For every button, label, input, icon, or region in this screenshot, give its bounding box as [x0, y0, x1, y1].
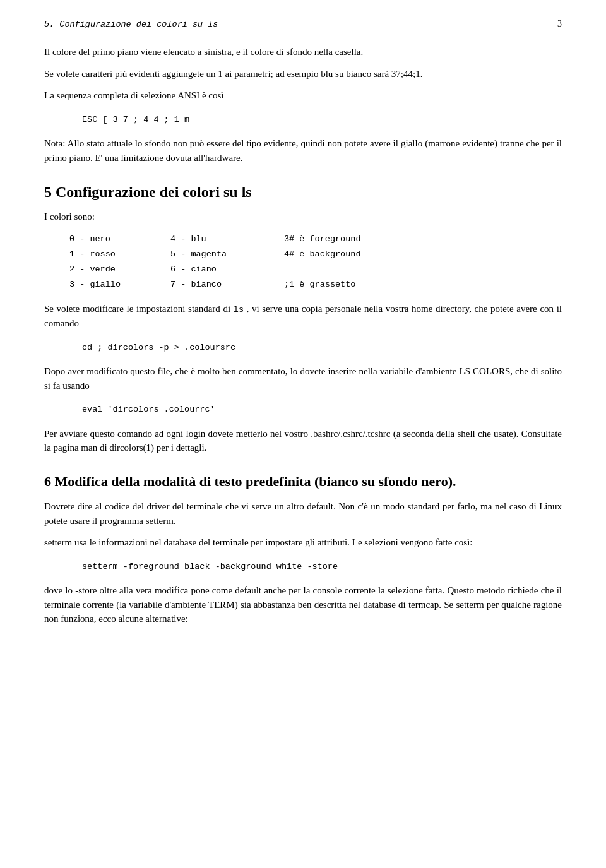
dovrete-para: Dovrete dire al codice del driver del te…	[44, 499, 562, 528]
section-5-heading: 5 Configurazione dei colori su ls	[44, 184, 562, 201]
ansi-code-block: ESC [ 3 7 ; 4 4 ; 1 m	[82, 113, 562, 127]
command2-text: eval 'dircolors .colourrc'	[82, 405, 215, 414]
modify-para: Se volete modificare le impostazioni sta…	[44, 302, 562, 331]
color-row1-col3: 3# è foreground	[284, 232, 436, 247]
section-6-heading: 6 Modifica della modalità di testo prede…	[44, 473, 562, 491]
intro-para-3: La sequenza completa di selezione ANSI è…	[44, 88, 562, 103]
ansi-code-text: ESC [ 3 7 ; 4 4 ; 1 m	[82, 115, 189, 124]
colori-intro: I colori sono:	[44, 210, 562, 224]
command2-block: eval 'dircolors .colourrc'	[82, 403, 562, 417]
per-avviare-para: Per avviare questo comando ad ogni login…	[44, 427, 562, 455]
color-row1-col2: 4 - blu	[170, 232, 284, 247]
page-container: 5. Configurazione dei colori su ls 3 Il …	[0, 0, 606, 659]
color-row3-col1: 2 - verde	[69, 262, 170, 277]
color-row2-col2: 5 - magenta	[170, 247, 284, 262]
modify-intro-text: Se volete modificare le impostazioni sta…	[44, 304, 230, 314]
dopo-para: Dopo aver modificato questo file, che è …	[44, 364, 562, 393]
intro-para-2: Se volete caratteri più evidenti aggiung…	[44, 67, 562, 81]
color-table: 0 - nero 4 - blu 3# è foreground 1 - ros…	[69, 232, 562, 293]
command1-text: cd ; dircolors -p > .coloursrc	[82, 343, 235, 352]
header-page-number: 3	[557, 19, 562, 29]
color-row1-col1: 0 - nero	[69, 232, 170, 247]
color-row3-col2: 6 - ciano	[170, 262, 284, 277]
ls-code: ls	[234, 305, 244, 314]
header-title: 5. Configurazione dei colori su ls	[44, 20, 218, 29]
command3-block: setterm -foreground black -background wh…	[82, 560, 562, 574]
color-row3-col3	[284, 262, 436, 277]
color-row4-col1: 3 - giallo	[69, 277, 170, 292]
color-row2-col3: 4# è background	[284, 247, 436, 262]
dove-para: dove lo -store oltre alla vera modifica …	[44, 583, 562, 626]
intro-para-1: Il colore del primo piano viene elencato…	[44, 45, 562, 59]
color-row4-col2: 7 - bianco	[170, 277, 284, 292]
command3-text: setterm -foreground black -background wh…	[82, 562, 338, 571]
nota-para: Nota: Allo stato attuale lo sfondo non p…	[44, 136, 562, 165]
setterm-info-para: setterm usa le informazioni nel database…	[44, 535, 562, 550]
color-row2-col1: 1 - rosso	[69, 247, 170, 262]
page-header: 5. Configurazione dei colori su ls 3	[44, 19, 562, 32]
command1-block: cd ; dircolors -p > .coloursrc	[82, 341, 562, 355]
color-row4-col3: ;1 è grassetto	[284, 277, 436, 292]
